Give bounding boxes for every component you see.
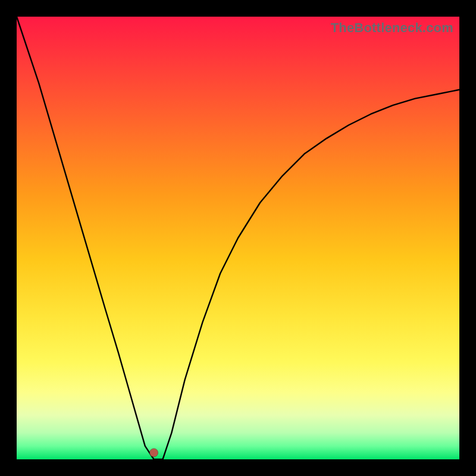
- plot-area: TheBottleneck.com: [17, 17, 459, 459]
- chart-frame: TheBottleneck.com: [0, 0, 476, 476]
- optimum-marker: [150, 449, 158, 457]
- chart-svg: [17, 17, 459, 459]
- bottleneck-curve: [17, 17, 459, 459]
